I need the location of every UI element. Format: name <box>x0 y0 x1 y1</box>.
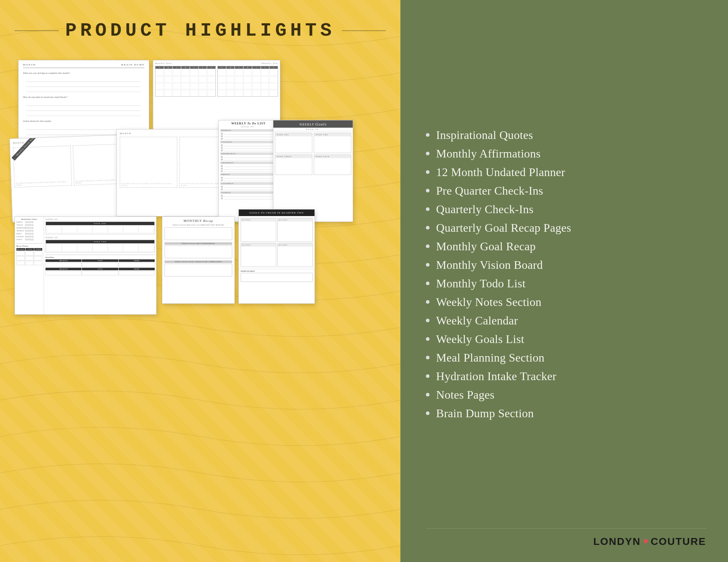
wg-week-three: WEEK THREE <box>275 155 312 175</box>
title-area: PRODUCT HIGHLIGHTS <box>0 0 400 60</box>
feature-text: 12 Month Undated Planner <box>436 166 565 179</box>
qg-block-label-1: Q1 GOAL <box>241 218 276 222</box>
bd-q2: How do you plan to avoid any road blocks… <box>23 96 145 99</box>
wt-day-wed: WEDNESDAY <box>220 152 277 155</box>
wt-day-sat: SATURDAY <box>220 182 277 185</box>
hy-tue: TUESDAY <box>16 224 24 226</box>
feature-text: Quarterly Check-Ins <box>436 203 534 216</box>
bullet-icon <box>426 152 430 155</box>
meal-bfast: BREAKFAST <box>16 248 25 251</box>
hy-thu: THURSDAY <box>16 230 24 232</box>
weekly-goals-card: WEEKLY Goals WEEK OF: WEEK ONE WEEK TWO … <box>273 120 353 222</box>
bd-month-label: MONTH <box>23 63 36 66</box>
feature-item: Quarterly Goal Recap Pages <box>426 220 706 236</box>
wt-day-thu: THURSDAY <box>220 162 277 164</box>
r-meal-lunch: LUNCH <box>82 259 118 262</box>
hy-mon: MONDAY <box>16 221 24 223</box>
bullet-icon <box>426 282 430 285</box>
wt-day-mon: MONDAY <box>220 129 277 132</box>
wg-week-of: WEEK OF: <box>273 128 353 131</box>
feature-text: Monthly Goal Recap <box>436 240 536 253</box>
hy-sun: SUNDAY <box>16 239 24 240</box>
wg-week-four-label: WEEK FOUR <box>314 155 351 158</box>
hy-meal-title: Meal Plans <box>16 245 42 247</box>
r-meal-bfast: BREAKFAST <box>46 259 82 262</box>
feature-item: Pre Quarter Check-Ins <box>426 183 706 199</box>
mr-box2 <box>165 246 232 258</box>
feature-item: Brain Dump Section <box>426 405 706 422</box>
vb-creative-text1: Get creative in this space. Use stickers… <box>16 180 70 186</box>
qg-header: GOALS TO CRUSH IN QUARTER TWO <box>239 210 314 216</box>
feature-text: Hydration Intake Tracker <box>436 370 557 383</box>
mr-label2: WHAT GOALS STILL NEED TO BE COMPLETED? <box>165 260 232 263</box>
wg-header: WEEKLY Goals <box>273 120 353 128</box>
bullet-icon <box>426 356 430 359</box>
bd-brain-label: BRAIN DUMP <box>121 63 145 66</box>
wg-week-two-label: WEEK TWO <box>314 133 351 136</box>
mr-box3 <box>165 264 232 276</box>
collage: MONTH BRAIN DUMP What are you striving t… <box>11 60 389 551</box>
wg-week-two: WEEK TWO <box>314 133 351 153</box>
wt-week-of: WEEK OF: <box>220 126 277 128</box>
wt-day-sun: SUNDAY <box>220 191 277 194</box>
meal-lunch: LUNCH <box>26 248 34 251</box>
bullet-icon <box>426 207 430 211</box>
qg-block-3: Q1 GOAL <box>241 243 276 267</box>
brand-footer: LONDYN ♥ COUTURE <box>426 528 706 547</box>
wg-week-one: WEEK ONE <box>275 133 312 153</box>
wg-week-one-label: WEEK ONE <box>275 133 312 136</box>
feature-item: Monthly Todo List <box>426 275 706 292</box>
feature-text: Inspirational Quotes <box>436 128 533 142</box>
feature-item: Weekly Calendar <box>426 312 706 329</box>
qg-block-1: Q1 GOAL <box>241 218 276 242</box>
feature-item: Notes Pages <box>426 387 706 403</box>
feature-text: Weekly Notes Section <box>436 295 542 309</box>
features-list: Inspirational Quotes Monthly Affirmation… <box>426 20 706 528</box>
feature-item: 12 Month Undated Planner <box>426 164 706 180</box>
feature-item: Monthly Goal Recap <box>426 238 706 255</box>
qg-block-label-4: Q1 GOAL <box>278 243 313 247</box>
qg-bottom-box <box>241 273 313 282</box>
feature-text: Quarterly Goal Recap Pages <box>436 221 571 235</box>
hy-sat: SATURDAY <box>16 236 24 238</box>
bullet-icon <box>426 411 430 415</box>
bullet-icon <box>426 226 430 230</box>
feature-item: Hydration Intake Tracker <box>426 368 706 384</box>
feature-text: Weekly Calendar <box>436 314 518 327</box>
bullet-icon <box>426 374 430 378</box>
mr-q1: WHAT GOALS DID YOU ACCOMPLISH THIS MONTH… <box>165 224 232 226</box>
r-meal-dinner: DINNER <box>119 259 155 262</box>
feature-text: Meal Planning Section <box>436 351 545 364</box>
hydration-meal-card: Hydration Chart MONDAY TUESDAY WEDNESDAY… <box>15 216 157 315</box>
wg-week-four: WEEK FOUR <box>314 155 351 175</box>
bd-q3: Action Items for this month: <box>23 120 145 123</box>
mr-box1 <box>165 227 232 240</box>
bullet-icon <box>426 393 430 396</box>
bullet-icon <box>426 300 430 304</box>
feature-item: Monthly Affirmations <box>426 146 706 162</box>
feature-text: Monthly Vision Board <box>436 258 543 272</box>
feature-text: Notes Pages <box>436 388 495 402</box>
feature-text: Monthly Todo List <box>436 277 526 290</box>
feature-item: Weekly Goals List <box>426 331 706 347</box>
brand-name-2: COUTURE <box>651 536 706 547</box>
qg-bottom-label: NOTES TO SELF <box>241 270 313 272</box>
bd-q1: What are you striving to complete this m… <box>23 72 145 75</box>
bullet-icon <box>426 319 430 322</box>
monthly-note-label: Monthly Note <box>155 62 172 64</box>
qg-block-2: Q1 GOAL <box>277 218 313 242</box>
feature-text: Pre Quarter Check-Ins <box>436 184 543 198</box>
monthly-recap-card: MONTHLY Recap WHAT GOALS DID YOU ACCOMPL… <box>162 216 235 304</box>
wt-day-fri: FRIDAY <box>220 173 277 176</box>
brand-name-1: LONDYN <box>593 536 641 547</box>
left-panel: PRODUCT HIGHLIGHTS MONTH BRAIN DUMP What… <box>0 0 400 562</box>
ml-area-label1: Get creative in this space. Use stickers… <box>121 183 176 186</box>
bullet-icon <box>426 133 430 137</box>
qg-block-4: Q1 GOAL <box>277 243 313 267</box>
feature-item: Quarterly Check-Ins <box>426 201 706 218</box>
wt-title: WEEKLY To Do LIST <box>220 122 277 125</box>
bullet-icon <box>426 263 430 267</box>
feature-item: Weekly Notes Section <box>426 294 706 310</box>
wg-week-three-label: WEEK THREE <box>275 155 312 158</box>
qg-block-label-2: Q1 GOAL <box>278 218 313 222</box>
